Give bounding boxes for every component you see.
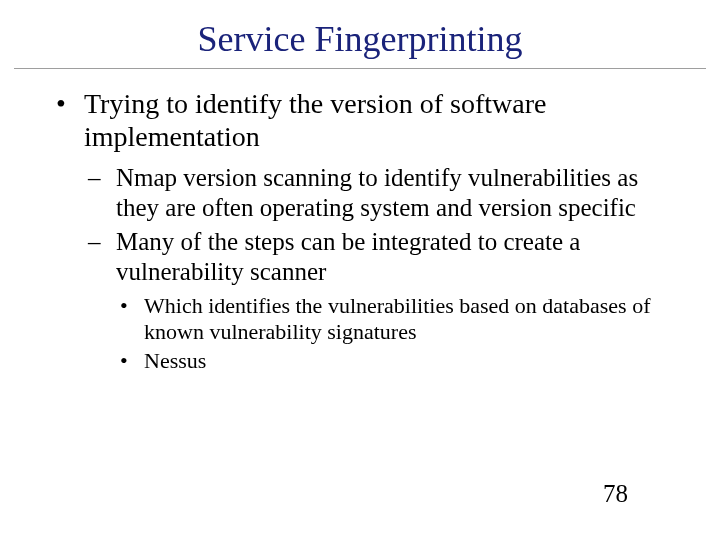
list-item: Nmap version scanning to identify vulner…	[84, 163, 680, 223]
bullet-list-level1: Trying to identify the version of softwa…	[50, 87, 680, 374]
list-item: Nessus	[116, 348, 680, 374]
bullet-list-level3: Which identifies the vulnerabilities bas…	[116, 293, 680, 374]
list-item: Which identifies the vulnerabilities bas…	[116, 293, 680, 346]
slide: Service Fingerprinting Trying to identif…	[0, 0, 720, 540]
bullet-list-level2: Nmap version scanning to identify vulner…	[84, 163, 680, 374]
bullet-text: Many of the steps can be integrated to c…	[116, 228, 580, 285]
bullet-text: Nmap version scanning to identify vulner…	[116, 164, 638, 221]
page-number: 78	[603, 480, 628, 508]
list-item: Trying to identify the version of softwa…	[50, 87, 680, 374]
bullet-text: Which identifies the vulnerabilities bas…	[144, 293, 650, 344]
list-item: Many of the steps can be integrated to c…	[84, 227, 680, 374]
divider	[14, 68, 706, 69]
content-area: Trying to identify the version of softwa…	[50, 87, 680, 374]
bullet-text: Trying to identify the version of softwa…	[84, 88, 546, 152]
bullet-text: Nessus	[144, 348, 206, 373]
slide-title: Service Fingerprinting	[0, 0, 720, 68]
